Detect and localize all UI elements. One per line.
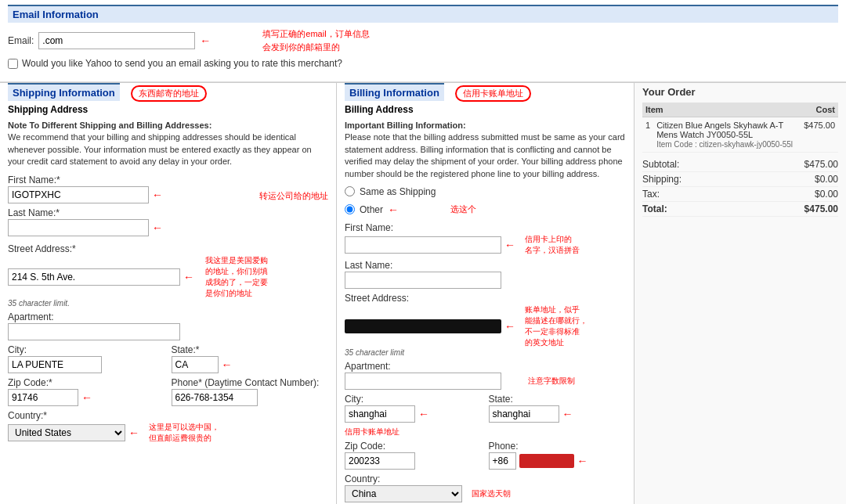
billing-first-name-field: First Name: ← 信用卡上印的 名字，汉语拼音	[345, 222, 626, 256]
same-as-shipping-label: Same as Shipping	[360, 186, 436, 197]
billing-circle-label: 信用卡账单地址	[455, 85, 531, 102]
email-section: Email Information Email: ← 填写正确的email，订单…	[0, 0, 846, 82]
billing-state-arrow: ←	[562, 408, 573, 420]
first-name-input[interactable]	[8, 186, 149, 203]
billing-city-state-row: City: ← State: ←	[345, 394, 626, 427]
billing-country-select[interactable]: China United States	[345, 485, 462, 502]
shipping-circle-label: 东西邮寄的地址	[131, 85, 207, 102]
email-form-row: Email: ← 填写正确的email，订单信息 会发到你的邮箱里的	[8, 27, 838, 53]
state-input[interactable]	[172, 356, 219, 373]
last-name-arrow: ←	[152, 221, 163, 234]
state-label: State:*	[172, 344, 329, 355]
billing-city-field: City: ←	[345, 394, 483, 423]
billing-state-input[interactable]	[489, 405, 559, 423]
other-annotation: 选这个	[450, 203, 476, 215]
billing-street-label: Street Address:	[345, 293, 626, 304]
country-select[interactable]: United States China	[8, 424, 125, 441]
zip-input[interactable]	[8, 389, 78, 406]
billing-zip-input[interactable]	[345, 452, 415, 470]
other-label: Other	[360, 204, 383, 215]
tax-value: $0.00	[815, 189, 838, 200]
billing-apt-annotation: 注意字数限制	[528, 376, 575, 387]
billing-state-label: State:	[489, 394, 627, 405]
phone-input[interactable]	[172, 389, 258, 406]
billing-apt-label: Apartment:	[345, 361, 626, 372]
billing-street-arrow: ←	[504, 320, 515, 333]
main-content: Email Information Email: ← 填写正确的email，订单…	[0, 0, 846, 504]
billing-phone-input[interactable]	[489, 452, 516, 470]
shipping-row: Shipping: $0.00	[642, 172, 838, 187]
first-name-arrow: ←	[152, 189, 163, 201]
last-name-label: Last Name:*	[8, 207, 251, 218]
billing-note: Important Billing Information: Please no…	[345, 120, 626, 180]
billing-last-name-label: Last Name:	[345, 260, 626, 271]
billing-apt-input[interactable]	[345, 373, 501, 390]
zip-arrow: ←	[81, 391, 92, 404]
city-label: City:	[8, 344, 165, 355]
billing-phone-row: ←	[489, 452, 627, 470]
apt-label: Apartment:	[8, 311, 328, 322]
order-item-col: Item	[642, 103, 801, 117]
order-title: Your Order	[642, 86, 838, 98]
apt-field: Apartment:	[8, 311, 328, 340]
shipping-note: Note To Different Shipping and Billing A…	[8, 120, 328, 168]
last-name-input[interactable]	[8, 219, 149, 236]
street-annotation: 我这里是美国爱购 的地址，你们别填 成我的了，一定要 是你们的地址	[205, 255, 268, 299]
billing-zip-phone-row: Zip Code: Phone: ←	[345, 441, 626, 473]
billing-country-annotation: 国家选天朝	[472, 488, 511, 499]
billing-last-name-field: Last Name:	[345, 260, 626, 289]
email-annotation: 填写正确的email，订单信息 会发到你的邮箱里的	[262, 27, 369, 53]
country-arrow: ←	[128, 427, 139, 439]
street-input[interactable]	[8, 268, 180, 286]
phone-label: Phone* (Daytime Contact Number):	[172, 377, 329, 388]
tax-row: Tax: $0.00	[642, 187, 838, 202]
billing-column: Billing Information 信用卡账单地址 Billing Addr…	[337, 83, 634, 504]
same-as-shipping-radio[interactable]	[345, 186, 355, 196]
email-input[interactable]	[38, 32, 195, 49]
city-input[interactable]	[8, 356, 102, 373]
tax-label: Tax:	[642, 189, 660, 200]
total-row: Total: $475.00	[642, 202, 838, 217]
country-field: Country:* United States China ← 这里是可以选中国…	[8, 410, 328, 444]
yahoo-checkbox[interactable]	[8, 59, 18, 69]
billing-first-name-annotation: 信用卡上印的 名字，汉语拼音	[525, 234, 580, 256]
billing-last-name-input[interactable]	[345, 272, 501, 289]
first-name-label: First Name:*	[8, 175, 251, 185]
city-state-row: City: State:* ←	[8, 344, 328, 377]
other-arrow: ←	[388, 203, 399, 216]
street-label: Street Address:*	[8, 243, 328, 254]
shipping-column: Shipping Information 东西邮寄的地址 Shipping Ad…	[0, 83, 337, 504]
billing-street-annotation: 账单地址，似乎 能描述在哪就行， 不一定非得标准 的英文地址	[525, 304, 588, 348]
apt-input[interactable]	[8, 323, 180, 340]
street-arrow: ←	[183, 271, 194, 283]
billing-apt-field: Apartment: 注意字数限制	[345, 361, 626, 390]
subtotal-row: Subtotal: $475.00	[642, 157, 838, 172]
subtotal-value: $475.00	[804, 159, 838, 170]
same-as-shipping-row: Same as Shipping	[345, 186, 626, 197]
page-wrapper: Email Information Email: ← 填写正确的email，订单…	[0, 0, 846, 504]
state-field: State:* ←	[172, 344, 329, 373]
billing-city-input[interactable]	[345, 405, 415, 423]
billing-phone-redacted	[519, 454, 574, 468]
shipping-label: Shipping:	[642, 174, 682, 185]
street-field: Street Address:* ← 我这里是美国爱购 的地址，你们别填 成我的…	[8, 243, 328, 308]
state-arrow: ←	[222, 358, 233, 371]
shipping-value: $0.00	[815, 174, 838, 185]
subtotal-label: Subtotal:	[642, 159, 679, 170]
billing-first-name-label: First Name:	[345, 222, 626, 233]
billing-country-field: Country: China United States 国家选天朝	[345, 473, 626, 502]
zip-label: Zip Code:*	[8, 377, 165, 388]
billing-first-name-input[interactable]	[345, 236, 501, 254]
billing-country-label: Country:	[345, 473, 626, 484]
order-table: Item Cost 1 Citizen Blue Angels Skyhawk …	[642, 103, 838, 153]
item-name: Citizen Blue Angels Skyhawk A-T Mens Wat…	[653, 117, 801, 153]
item-cost: $475.00	[801, 117, 838, 153]
total-value: $475.00	[804, 203, 838, 214]
other-radio[interactable]	[345, 204, 355, 214]
total-label: Total:	[642, 203, 667, 214]
billing-city-arrow: ←	[418, 408, 429, 420]
yahoo-label: Would you like Yahoo to send you an emai…	[22, 58, 342, 69]
table-row: 1 Citizen Blue Angels Skyhawk A-T Mens W…	[642, 117, 838, 153]
email-label: Email:	[8, 35, 34, 46]
billing-state-field: State: ←	[489, 394, 627, 423]
